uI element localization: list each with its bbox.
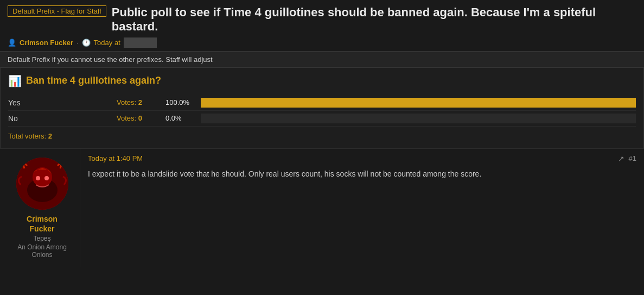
poll-bar-no-container <box>201 114 636 123</box>
poll-option-yes-label: Yes <box>8 98 117 107</box>
comment-author-link[interactable]: Crimson Fucker <box>27 214 58 234</box>
svg-point-4 <box>44 176 49 180</box>
poll-chart-icon: 📊 <box>8 74 22 87</box>
post-header: Default Prefix - Flag for Staff Public p… <box>0 0 644 52</box>
user-subtitle: An Onion Among Onions <box>9 243 75 259</box>
poll-votes-yes-text: Votes: 2 <box>117 98 160 106</box>
comment-row: Crimson Fucker Tepeş An Onion Among Onio… <box>0 148 644 267</box>
poll-title: Ban time 4 guillotines again? <box>26 75 161 86</box>
comment-avatar-col: Crimson Fucker Tepeş An Onion Among Onio… <box>0 149 80 267</box>
poll-percent-no: 0.0% <box>165 114 195 122</box>
prefix-badge[interactable]: Default Prefix - Flag for Staff <box>8 5 106 17</box>
svg-point-2 <box>33 167 52 187</box>
poll-title-row: 📊 Ban time 4 guillotines again? <box>8 74 636 87</box>
clock-icon: 🕐 <box>82 39 91 47</box>
post-author[interactable]: Crimson Fucker <box>20 39 73 47</box>
user-title: Tepeş <box>33 235 50 242</box>
post-time-value <box>124 37 157 48</box>
user-icon: 👤 <box>8 39 16 47</box>
poll-votes-no: Votes: 0 0.0% <box>117 114 636 123</box>
poll-bar-yes-container <box>201 98 636 108</box>
post-title: Public poll to see if Time 4 guillotines… <box>112 5 636 34</box>
comment-actions: ↗ #1 <box>618 154 636 163</box>
prefix-info-bar: Default Prefix if you cannot use the oth… <box>0 52 644 67</box>
comment-top-bar: Today at 1:40 PM ↗ #1 <box>88 154 636 163</box>
comments-section: Crimson Fucker Tepeş An Onion Among Onio… <box>0 148 644 267</box>
poll-section: 📊 Ban time 4 guillotines again? Yes Vote… <box>0 67 644 148</box>
post-number: #1 <box>629 154 636 162</box>
poll-votes-yes: Votes: 2 100.0% <box>117 98 636 108</box>
poll-option-no-label: No <box>8 114 117 123</box>
poll-option-yes[interactable]: Yes Votes: 2 100.0% <box>8 95 636 111</box>
comment-body: I expect it to be a landslide vote that … <box>88 168 636 180</box>
svg-point-3 <box>36 176 40 180</box>
post-title-line: Default Prefix - Flag for Staff Public p… <box>8 5 636 34</box>
poll-option-no[interactable]: No Votes: 0 0.0% <box>8 111 636 127</box>
avatar <box>16 158 68 210</box>
poll-bar-yes-fill <box>201 98 636 108</box>
poll-percent-yes: 100.0% <box>165 98 195 106</box>
post-time-label: Today at <box>94 39 120 47</box>
comment-time: Today at 1:40 PM <box>88 154 143 162</box>
share-icon[interactable]: ↗ <box>618 154 624 163</box>
post-meta: 👤 Crimson Fucker · 🕐 Today at <box>8 37 636 48</box>
total-voters: Total voters: 2 <box>8 127 636 140</box>
comment-content-col: Today at 1:40 PM ↗ #1 I expect it to be … <box>80 149 644 267</box>
total-voters-count: 2 <box>48 132 52 140</box>
poll-votes-no-text: Votes: 0 <box>117 114 160 122</box>
prefix-info-text: Default Prefix if you cannot use the oth… <box>8 55 213 64</box>
